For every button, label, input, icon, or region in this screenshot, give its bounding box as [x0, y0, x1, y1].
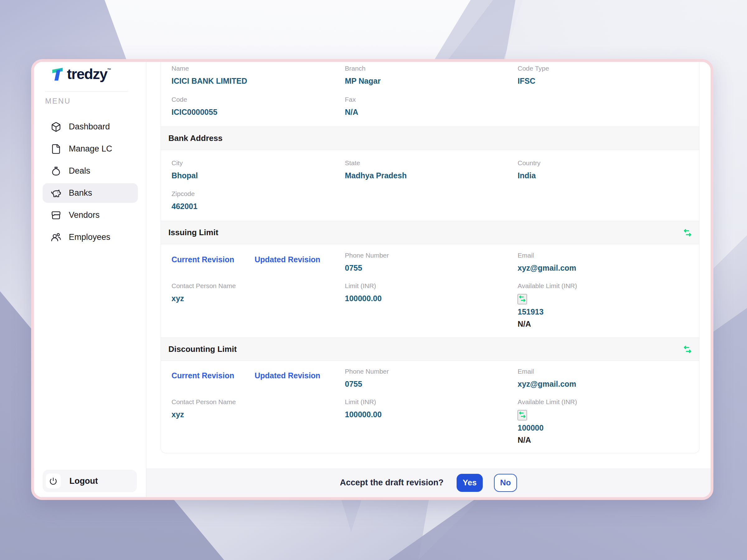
field-label: Branch [345, 65, 381, 72]
storefront-icon [51, 210, 61, 220]
field-branch: Branch MP Nagar [345, 65, 381, 85]
field-value: xyz [172, 294, 236, 303]
logout-button[interactable]: Logout [43, 470, 137, 492]
field-value: IFSC [518, 77, 549, 85]
field-label: Contact Person Name [172, 399, 236, 405]
field-value: ICIC0000055 [172, 108, 217, 117]
swap-revision-button[interactable] [683, 345, 692, 354]
field-value: N/A [345, 108, 358, 117]
field-value: 462001 [172, 202, 197, 211]
tab-updated-revision[interactable]: Updated Revision [255, 371, 320, 380]
bank-details-panel: Name ICICI BANK LIMITED Branch MP Nagar … [161, 62, 699, 453]
field-label: City [172, 160, 198, 166]
field-limit-discounting: Limit (INR) 100000.00 [345, 399, 382, 419]
tab-updated-revision[interactable]: Updated Revision [255, 255, 320, 264]
accept-no-button[interactable]: No [494, 474, 517, 492]
section-issuing-limit: Issuing Limit [161, 221, 699, 244]
field-value: 0755 [345, 264, 389, 272]
field-label: Email [518, 252, 576, 259]
sidebar-item-banks[interactable]: Banks [43, 183, 138, 203]
field-contact-discounting: Contact Person Name xyz [172, 399, 236, 419]
field-label: Code [172, 96, 217, 103]
field-code: Code ICIC0000055 [172, 96, 217, 117]
field-value: 0755 [345, 379, 389, 389]
sidebar-item-label: Vendors [69, 210, 100, 220]
package-icon [51, 122, 61, 132]
swap-available-button[interactable] [518, 410, 527, 420]
field-value: 151913 [518, 308, 577, 316]
app-window: tredzy ™ MENU Dashboard [31, 59, 713, 500]
field-value: Bhopal [172, 171, 198, 180]
sidebar-item-employees[interactable]: Employees [43, 228, 138, 247]
field-value: xyz@gmail.com [518, 379, 576, 389]
sidebar-item-deals[interactable]: Deals [43, 161, 138, 181]
file-icon [51, 144, 61, 154]
tab-current-revision[interactable]: Current Revision [172, 255, 234, 264]
field-phone-issuing: Phone Number 0755 [345, 252, 389, 272]
field-label: Name [172, 65, 247, 72]
field-value: Madhya Pradesh [345, 171, 407, 180]
draft-revision-question: Accept the draft revision? [340, 478, 443, 487]
field-label: Available Limit (INR) [518, 283, 577, 289]
field-value: xyz [172, 410, 236, 419]
sidebar-item-manage-lc[interactable]: Manage LC [43, 139, 138, 159]
logo-wordmark: tredzy [67, 67, 107, 81]
main-content: Name ICICI BANK LIMITED Branch MP Nagar … [146, 62, 711, 497]
field-secondary-value: N/A [518, 435, 577, 445]
field-label: Limit (INR) [345, 283, 382, 289]
section-title: Issuing Limit [169, 228, 218, 237]
field-secondary-value: N/A [518, 320, 577, 328]
swap-arrows-icon [683, 228, 692, 237]
sidebar-item-label: Dashboard [69, 122, 110, 132]
field-limit-issuing: Limit (INR) 100000.00 [345, 283, 382, 303]
field-code-type: Code Type IFSC [518, 65, 549, 85]
field-value: 100000.00 [345, 294, 382, 303]
swap-arrows-icon [518, 295, 526, 303]
field-value: ICICI BANK LIMITED [172, 77, 247, 85]
users-icon [51, 232, 61, 243]
field-label: State [345, 160, 407, 166]
field-value: 100000.00 [345, 410, 382, 419]
field-label: Country [518, 160, 541, 166]
section-discounting-limit: Discounting Limit [161, 338, 699, 361]
field-email-issuing: Email xyz@gmail.com [518, 252, 576, 272]
field-available-limit-discounting: Available Limit (INR) 100000 N/A [518, 399, 577, 445]
field-label: Fax [345, 96, 358, 103]
tredzy-logo-icon [51, 67, 65, 81]
draft-revision-action-bar: Accept the draft revision? Yes No [146, 468, 711, 497]
field-country: Country India [518, 160, 541, 180]
swap-revision-button[interactable] [683, 228, 692, 237]
logout-icon-box [46, 474, 61, 488]
field-value: xyz@gmail.com [518, 264, 576, 272]
field-fax: Fax N/A [345, 96, 358, 117]
sidebar-item-vendors[interactable]: Vendors [43, 205, 138, 225]
field-name: Name ICICI BANK LIMITED [172, 65, 247, 85]
power-icon [49, 477, 57, 485]
field-value: 100000 [518, 423, 577, 432]
sidebar-item-label: Employees [69, 232, 110, 242]
field-phone-discounting: Phone Number 0755 [345, 368, 389, 389]
field-available-limit-issuing: Available Limit (INR) 151913 N/A [518, 283, 577, 328]
field-label: Code Type [518, 65, 549, 72]
tab-current-revision[interactable]: Current Revision [172, 371, 234, 380]
field-value: MP Nagar [345, 77, 381, 85]
sidebar-item-label: Banks [69, 188, 92, 198]
field-label: Zipcode [172, 190, 197, 197]
tredzy-logo: tredzy ™ [51, 67, 111, 81]
swap-arrows-icon [683, 345, 692, 354]
field-label: Available Limit (INR) [518, 399, 577, 405]
sidebar-item-label: Manage LC [69, 144, 112, 154]
accept-yes-button[interactable]: Yes [457, 474, 483, 492]
field-label: Contact Person Name [172, 283, 236, 289]
sidebar-menu: Dashboard Manage LC Deals [43, 117, 138, 249]
field-label: Phone Number [345, 368, 389, 375]
money-bag-icon [51, 166, 61, 177]
field-value: India [518, 171, 541, 180]
section-bank-address: Bank Address [161, 127, 699, 150]
swap-available-button[interactable] [518, 294, 527, 304]
sidebar: tredzy ™ MENU Dashboard [34, 62, 146, 497]
field-label: Phone Number [345, 252, 389, 259]
sidebar-item-dashboard[interactable]: Dashboard [43, 117, 138, 137]
piggy-bank-icon [51, 188, 61, 198]
sidebar-divider [45, 91, 128, 92]
